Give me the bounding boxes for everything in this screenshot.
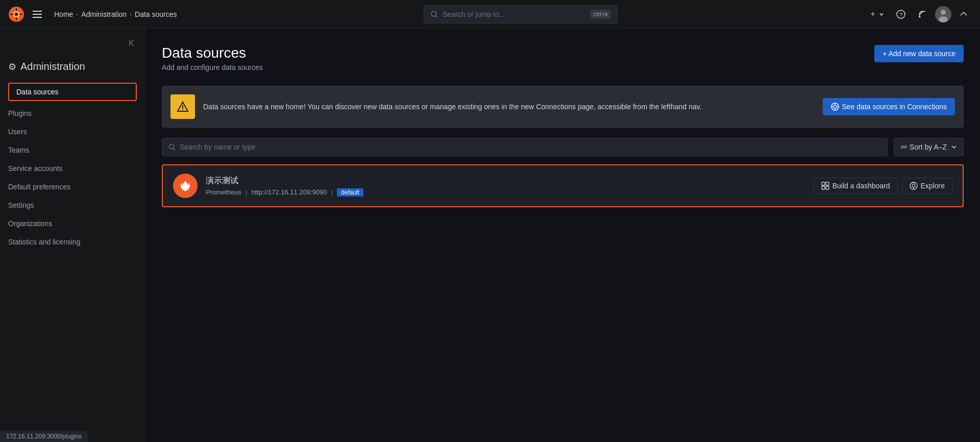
breadcrumb-sep2: ›	[130, 11, 132, 18]
search-input[interactable]	[180, 143, 881, 151]
svg-rect-29	[826, 186, 829, 189]
info-banner-text: Data sources have a new home! You can di…	[203, 102, 815, 112]
warning-icon	[170, 94, 195, 119]
sidebar-title-text: Administration	[20, 61, 85, 72]
svg-point-11	[919, 16, 921, 17]
svg-point-13	[941, 10, 946, 15]
sidebar-item-organizations[interactable]: Organizations	[0, 214, 145, 233]
connections-icon	[831, 103, 839, 111]
svg-rect-27	[826, 182, 829, 185]
triangle-warning-icon	[177, 101, 189, 113]
breadcrumb: Home › Administration › Data sources	[54, 10, 177, 18]
datasource-name: 演示测试	[206, 176, 805, 186]
add-datasource-button[interactable]: + Add new data source	[874, 45, 964, 62]
info-banner: Data sources have a new home! You can di…	[162, 86, 964, 128]
datasource-badge: default	[337, 188, 363, 197]
svg-point-31	[912, 184, 915, 187]
datasource-search[interactable]	[162, 138, 888, 156]
build-dashboard-label: Build a dashboard	[832, 182, 890, 190]
datasource-actions: Build a dashboard Explore	[814, 178, 952, 194]
sidebar: ⚙ Administration Data sources Plugins Us…	[0, 29, 145, 442]
sidebar-item-plugins[interactable]: Plugins	[0, 104, 145, 122]
search-row: ≔ Sort by A–Z	[162, 138, 964, 156]
sort-chevron-icon	[951, 144, 957, 150]
question-icon: ?	[896, 10, 905, 19]
topnav-center: Search or jump to... ctrl+k	[177, 5, 865, 23]
explore-button[interactable]: Explore	[902, 178, 952, 194]
sidebar-item-label-organizations: Organizations	[8, 219, 52, 228]
svg-rect-26	[822, 182, 825, 185]
dashboard-icon	[821, 182, 829, 190]
sidebar-item-label-users: Users	[8, 128, 27, 136]
page-subtitle: Add and configure data sources	[162, 63, 263, 71]
add-button[interactable]: ＋	[865, 6, 888, 22]
sidebar-item-wrapper-data-sources: Data sources	[0, 81, 145, 103]
sidebar-item-statistics-licensing[interactable]: Statistics and licensing	[0, 233, 145, 251]
explore-icon	[910, 182, 918, 190]
page-header: Data sources Add and configure data sour…	[162, 45, 964, 82]
plus-icon: ＋	[869, 9, 877, 19]
search-icon	[430, 10, 438, 18]
status-bar: 172.16.11.209:3000/plugins	[0, 431, 88, 442]
sidebar-section-title: ⚙ Administration	[0, 55, 145, 81]
search-shortcut: ctrl+k	[590, 10, 611, 19]
datasource-info: 演示测试 Prometheus | http://172.16.11.209:9…	[206, 176, 805, 197]
svg-rect-28	[822, 186, 825, 189]
datasource-url: http://172.16.11.209:9090	[251, 188, 327, 196]
main-content: Data sources Add and configure data sour…	[145, 29, 980, 442]
breadcrumb-current: Data sources	[135, 10, 177, 18]
sidebar-item-label-data-sources: Data sources	[16, 88, 58, 96]
collapse-button[interactable]	[955, 7, 972, 21]
search-placeholder: Search or jump to...	[443, 10, 586, 18]
see-connections-button[interactable]: See data sources in Connections	[823, 98, 955, 115]
svg-point-14	[939, 16, 948, 22]
news-button[interactable]	[914, 7, 931, 22]
user-icon	[935, 6, 951, 22]
user-avatar[interactable]	[935, 6, 951, 22]
topnav: Home › Administration › Data sources Sea…	[0, 0, 980, 29]
svg-line-8	[436, 16, 437, 17]
sidebar-item-label-statistics-licensing: Statistics and licensing	[8, 238, 81, 246]
breadcrumb-sep1: ›	[76, 11, 78, 18]
svg-text:?: ?	[899, 11, 902, 17]
sort-label: ≔ Sort by A–Z	[900, 143, 947, 151]
page-title: Data sources	[162, 45, 263, 61]
sidebar-item-label-settings: Settings	[8, 201, 34, 209]
gear-icon: ⚙	[8, 61, 16, 72]
meta-sep2: |	[331, 188, 333, 196]
explore-label: Explore	[921, 182, 945, 190]
topnav-left: Home › Administration › Data sources	[8, 6, 177, 22]
breadcrumb-admin[interactable]: Administration	[81, 10, 127, 18]
datasource-card[interactable]: 演示测试 Prometheus | http://172.16.11.209:9…	[162, 164, 964, 207]
global-search[interactable]: Search or jump to... ctrl+k	[424, 5, 618, 23]
datasource-meta: Prometheus | http://172.16.11.209:9090 |…	[206, 188, 805, 197]
rss-icon	[918, 10, 927, 19]
datasource-icon	[173, 174, 198, 198]
svg-line-25	[174, 149, 175, 150]
grafana-logo[interactable]	[8, 6, 24, 22]
sidebar-collapse-btn[interactable]	[127, 37, 139, 51]
status-url: 172.16.11.209:3000/plugins	[6, 433, 82, 440]
help-button[interactable]: ?	[892, 7, 910, 22]
page-header-left: Data sources Add and configure data sour…	[162, 45, 263, 82]
prometheus-flame-icon	[178, 179, 192, 193]
meta-sep1: |	[246, 188, 247, 196]
sidebar-item-settings[interactable]: Settings	[0, 196, 145, 214]
hamburger-menu[interactable]	[31, 9, 44, 20]
sidebar-item-label-service-accounts: Service accounts	[8, 164, 63, 173]
topnav-right: ＋ ?	[865, 6, 972, 22]
search-input-icon	[168, 143, 176, 151]
collapse-icon	[129, 39, 137, 47]
build-dashboard-button[interactable]: Build a dashboard	[814, 178, 898, 194]
sort-select[interactable]: ≔ Sort by A–Z	[894, 138, 964, 156]
svg-point-19	[834, 105, 837, 108]
breadcrumb-home[interactable]: Home	[54, 10, 73, 18]
sidebar-item-teams[interactable]: Teams	[0, 141, 145, 159]
see-connections-label: See data sources in Connections	[842, 103, 947, 111]
datasource-type: Prometheus	[206, 188, 241, 196]
sidebar-item-service-accounts[interactable]: Service accounts	[0, 159, 145, 178]
sidebar-item-default-preferences[interactable]: Default preferences	[0, 178, 145, 196]
sidebar-item-label-plugins: Plugins	[8, 109, 32, 117]
sidebar-item-data-sources[interactable]: Data sources	[8, 83, 137, 101]
sidebar-item-users[interactable]: Users	[0, 122, 145, 141]
